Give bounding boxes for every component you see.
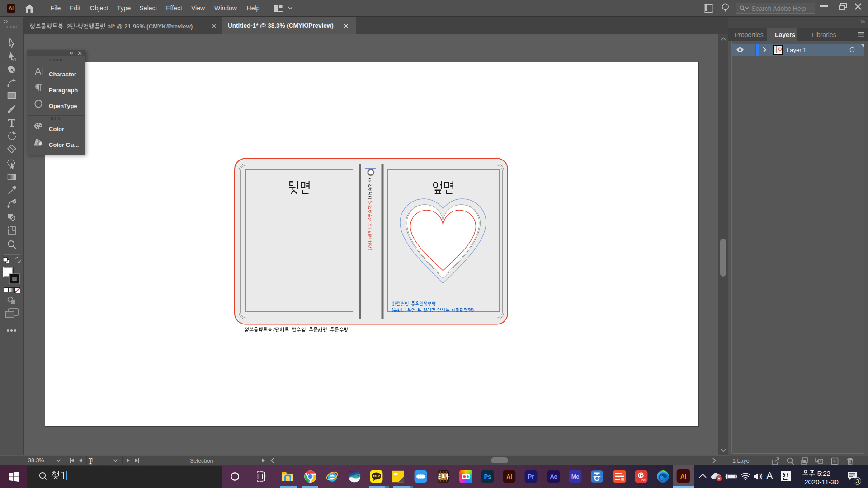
svg-text:Ai: Ai xyxy=(680,473,687,480)
svg-text:PDF: PDF xyxy=(642,479,647,481)
svg-text:Ae: Ae xyxy=(550,474,557,480)
svg-text:Pr: Pr xyxy=(528,474,534,480)
svg-text:Ps: Ps xyxy=(484,474,491,480)
svg-text:Ai: Ai xyxy=(506,474,512,480)
svg-text:Me: Me xyxy=(571,474,580,480)
svg-text:TALK: TALK xyxy=(373,475,380,478)
